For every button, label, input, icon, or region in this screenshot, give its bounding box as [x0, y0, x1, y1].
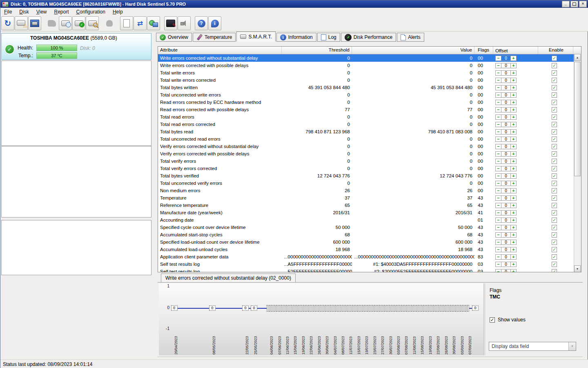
offset-plus-button[interactable]: + [510, 92, 517, 98]
tab-disk-performance[interactable]: Disk Performance [341, 33, 396, 42]
offset-plus-button[interactable]: + [510, 247, 517, 252]
show-values-checkbox[interactable]: ✓ [490, 317, 495, 323]
offset-plus-button[interactable]: + [510, 151, 517, 157]
offset-minus-button[interactable]: − [495, 254, 501, 260]
offset-minus-button[interactable]: − [495, 114, 501, 120]
offset-minus-button[interactable]: − [495, 173, 501, 179]
enable-checkbox[interactable]: ✓ [552, 151, 557, 157]
sync-button[interactable] [134, 16, 147, 30]
offset-minus-button[interactable]: − [495, 232, 501, 238]
attribute-row[interactable]: Verify errors corrected without substant… [158, 143, 581, 150]
chart-attribute-tab[interactable]: Write errors corrected without substanti… [161, 274, 296, 283]
offset-minus-button[interactable]: − [495, 240, 501, 245]
enable-checkbox[interactable]: ✓ [552, 56, 557, 61]
offset-minus-button[interactable]: − [495, 107, 501, 112]
attribute-row[interactable]: Self test results log...A5FFFFFFFFFFFFFF… [158, 260, 581, 268]
attribute-row[interactable]: Total verify errors corrected0000−0+✓ [158, 165, 581, 172]
attribute-row[interactable]: Write errors corrected with possible del… [158, 62, 581, 69]
enable-checkbox[interactable]: ✓ [552, 173, 557, 179]
disk-clock-button[interactable] [59, 16, 72, 30]
restore-button[interactable] [570, 1, 578, 7]
enable-checkbox[interactable]: ✓ [552, 254, 557, 260]
offset-minus-button[interactable]: − [495, 100, 501, 105]
enable-checkbox[interactable]: ✓ [552, 210, 557, 215]
enable-checkbox[interactable]: ✓ [552, 63, 557, 68]
offset-plus-button[interactable]: + [510, 70, 517, 76]
offset-minus-button[interactable]: − [495, 144, 501, 149]
enable-checkbox[interactable]: ✓ [552, 107, 557, 112]
offset-minus-button[interactable]: − [495, 247, 501, 252]
attribute-row[interactable]: Specified load-unload count over device … [158, 238, 581, 246]
offset-minus-button[interactable]: − [495, 188, 501, 193]
offset-plus-button[interactable]: + [510, 114, 517, 120]
attribute-row[interactable]: Read errors corrected with possible dela… [158, 106, 581, 113]
attribute-row[interactable]: Total write errors corrected0000−0+✓ [158, 76, 581, 84]
offset-minus-button[interactable]: − [495, 78, 501, 83]
attribute-row[interactable]: Non medium errors262600−0+✓ [158, 187, 581, 194]
offset-plus-button[interactable]: + [510, 254, 517, 260]
offset-minus-button[interactable]: − [495, 56, 501, 61]
offset-minus-button[interactable]: − [495, 210, 501, 215]
offset-minus-button[interactable]: − [495, 85, 501, 90]
offset-minus-button[interactable]: − [495, 166, 501, 171]
offset-plus-button[interactable]: + [510, 262, 517, 267]
scroll-thumb[interactable] [574, 62, 581, 176]
offset-plus-button[interactable]: + [510, 129, 517, 135]
offset-plus-button[interactable]: + [510, 181, 517, 186]
offset-plus-button[interactable]: + [510, 240, 517, 245]
enable-checkbox[interactable]: ✓ [552, 247, 557, 252]
minimize-button[interactable]: _ [562, 1, 570, 7]
sidebar-splitter[interactable] [152, 32, 156, 358]
enable-checkbox[interactable]: ✓ [552, 218, 557, 223]
offset-minus-button[interactable]: − [495, 195, 501, 201]
network-button[interactable] [147, 16, 160, 30]
enable-checkbox[interactable]: ✓ [552, 70, 557, 76]
enable-checkbox[interactable]: ✓ [552, 203, 557, 208]
menu-report[interactable]: Report [51, 9, 73, 15]
enable-checkbox[interactable]: ✓ [552, 144, 557, 149]
menu-view[interactable]: View [33, 9, 51, 15]
offset-minus-button[interactable]: − [495, 203, 501, 208]
menu-file[interactable]: File [0, 9, 16, 15]
enable-checkbox[interactable]: ✓ [552, 181, 557, 186]
attribute-row[interactable]: Application client parameter data...0000… [158, 253, 581, 260]
tab-alerts[interactable]: Alerts [397, 33, 424, 42]
disk-view-button[interactable] [28, 16, 41, 30]
attribute-row[interactable]: Total uncorrected verify errors0000−0+✓ [158, 180, 581, 187]
enable-checkbox[interactable]: ✓ [552, 129, 557, 135]
offset-plus-button[interactable]: + [510, 56, 517, 61]
enable-checkbox[interactable]: ✓ [552, 114, 557, 120]
enable-checkbox[interactable]: ✓ [552, 159, 557, 164]
offset-plus-button[interactable]: + [510, 173, 517, 179]
attribute-row[interactable]: Temperature373743−0+✓ [158, 194, 581, 202]
enable-checkbox[interactable]: ✓ [552, 225, 557, 230]
attribute-row[interactable]: Total bytes read798 410 871 123 968798 4… [158, 128, 581, 135]
sounds-button[interactable] [178, 16, 191, 30]
offset-minus-button[interactable]: − [495, 269, 501, 273]
offset-plus-button[interactable]: + [510, 188, 517, 193]
enable-checkbox[interactable]: ✓ [552, 232, 557, 238]
report-button[interactable] [120, 16, 133, 30]
offset-plus-button[interactable]: + [510, 232, 517, 238]
offset-plus-button[interactable]: + [510, 159, 517, 164]
offset-plus-button[interactable]: + [510, 166, 517, 171]
display-data-field-dropdown[interactable]: Display data field ▼ [489, 342, 576, 351]
enable-checkbox[interactable]: ✓ [552, 269, 557, 273]
column-header-offset[interactable]: Offset [493, 47, 538, 54]
attribute-row[interactable]: Verify errors corrected with possible de… [158, 150, 581, 157]
offset-plus-button[interactable]: + [510, 269, 517, 273]
offset-minus-button[interactable]: − [495, 159, 501, 164]
disk-search-button[interactable] [86, 16, 99, 30]
attribute-row[interactable]: Accumulated load-unload cycles18 96818 9… [158, 246, 581, 253]
attribute-row[interactable]: Total read errors0000−0+✓ [158, 113, 581, 121]
attribute-row[interactable]: Total uncorrected read errors0000−0+✓ [158, 135, 581, 143]
offset-plus-button[interactable]: + [510, 100, 517, 105]
attribute-row[interactable]: Specified cycle count over device lifeti… [158, 224, 581, 231]
offset-minus-button[interactable]: − [495, 122, 501, 127]
offset-plus-button[interactable]: + [510, 225, 517, 230]
offset-minus-button[interactable]: − [495, 225, 501, 230]
offset-minus-button[interactable]: − [495, 129, 501, 135]
offset-plus-button[interactable]: + [510, 218, 517, 223]
enable-checkbox[interactable]: ✓ [552, 137, 557, 142]
offset-plus-button[interactable]: + [510, 195, 517, 201]
